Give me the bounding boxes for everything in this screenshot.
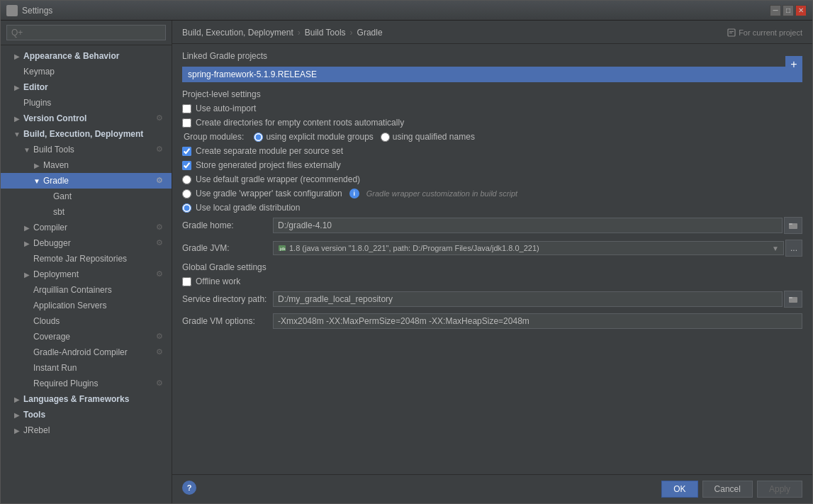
sidebar-item-gradle[interactable]: ▼ Gradle ⚙	[1, 173, 172, 189]
gear-icon: ⚙	[156, 379, 166, 388]
sidebar-item-gradle-android[interactable]: Gradle-Android Compiler ⚙	[1, 345, 172, 360]
breadcrumb-sep-1: ›	[298, 28, 301, 38]
linked-project-item[interactable]: spring-framework-5.1.9.RELEASE	[182, 67, 802, 82]
panel-content: Linked Gradle projects spring-framework-…	[172, 44, 812, 474]
sidebar-item-arquillian[interactable]: Arquillian Containers	[1, 282, 172, 298]
sidebar-item-debugger[interactable]: ▶ Debugger ⚙	[1, 235, 172, 251]
sidebar-label-instant-run: Instant Run	[33, 363, 77, 373]
expand-arrow: ▶	[22, 269, 32, 279]
project-icon	[727, 28, 736, 37]
expand-spacer	[22, 347, 32, 357]
gradle-wrapper-default-radio[interactable]	[182, 175, 191, 184]
group-modules-explicit-radio[interactable]	[254, 133, 263, 142]
sidebar-item-languages[interactable]: ▶ Languages & Frameworks	[1, 391, 172, 407]
sidebar-item-tools[interactable]: ▶ Tools	[1, 407, 172, 422]
expand-arrow: ▶	[12, 82, 22, 92]
add-project-button[interactable]: +	[785, 56, 802, 73]
sidebar-item-sbt[interactable]: sbt	[1, 204, 172, 220]
sidebar-item-maven[interactable]: ▶ Maven	[1, 157, 172, 173]
sidebar-item-keymap[interactable]: Keymap	[1, 64, 172, 79]
sidebar-item-plugins[interactable]: Plugins	[1, 95, 172, 111]
sidebar-label-deployment: Deployment	[33, 269, 79, 279]
for-current-project: For current project	[727, 28, 802, 37]
sidebar-item-jrebel[interactable]: ▶ JRebel	[1, 422, 172, 438]
expand-arrow: ▶	[12, 425, 22, 435]
auto-import-checkbox[interactable]	[182, 104, 191, 113]
sidebar-item-appearance[interactable]: ▶ Appearance & Behavior	[1, 48, 172, 64]
settings-window: Settings ─ □ ✕ ▶ Appearance & Behavior	[0, 0, 813, 504]
breadcrumb-bar: Build, Execution, Deployment › Build Too…	[172, 21, 812, 44]
sidebar-label-debugger: Debugger	[33, 238, 71, 248]
sidebar-item-app-servers[interactable]: Application Servers	[1, 298, 172, 313]
gradle-wrapper-task-radio[interactable]	[182, 189, 191, 198]
global-settings-section: Global Gradle settings Offline work Serv…	[182, 262, 802, 329]
breadcrumb-build-exec[interactable]: Build, Execution, Deployment	[182, 28, 293, 38]
gear-icon: ⚙	[156, 238, 166, 248]
offline-work-checkbox[interactable]	[182, 277, 191, 286]
gradle-jvm-label: Gradle JVM:	[182, 243, 267, 253]
radio-wrapper-row: Use default gradle wrapper (recommended)	[182, 174, 802, 184]
cancel-button[interactable]: Cancel	[702, 481, 753, 498]
sidebar-item-compiler[interactable]: ▶ Compiler ⚙	[1, 220, 172, 235]
gradle-jvm-select[interactable]: jdk 1.8 (java version "1.8.0_221", path:…	[273, 241, 784, 255]
jvm-dropdown-arrow: ▼	[772, 245, 779, 252]
help-button[interactable]: ?	[182, 481, 196, 495]
window-controls: ─ □ ✕	[770, 5, 807, 16]
svg-text:jdk: jdk	[279, 247, 286, 251]
info-icon: i	[349, 189, 359, 198]
close-button[interactable]: ✕	[795, 5, 807, 16]
maximize-button[interactable]: □	[783, 5, 794, 16]
linked-projects-title: Linked Gradle projects	[182, 51, 802, 61]
svg-rect-1	[729, 31, 734, 32]
breadcrumb-build-tools[interactable]: Build Tools	[305, 28, 346, 38]
project-settings-title: Project-level settings	[182, 89, 802, 99]
gradle-jvm-row: Gradle JVM: jdk 1.8 (java version "1.8.0…	[182, 240, 802, 257]
folder-icon	[789, 222, 797, 229]
sidebar-item-clouds[interactable]: Clouds	[1, 313, 172, 329]
expand-arrow: ▶	[22, 223, 32, 233]
gear-icon: ⚙	[156, 176, 166, 186]
group-modules-row: Group modules: using explicit module gro…	[182, 132, 802, 142]
create-dirs-checkbox[interactable]	[182, 118, 191, 128]
service-dir-input[interactable]	[273, 291, 783, 307]
gradle-local-dist-radio[interactable]	[182, 203, 191, 213]
svg-rect-4	[789, 223, 792, 225]
minimize-button[interactable]: ─	[770, 5, 781, 16]
group-modules-qualified-radio[interactable]	[381, 133, 390, 142]
store-generated-checkbox[interactable]	[182, 161, 191, 170]
expand-arrow: ▶	[12, 113, 22, 123]
nav-tree: ▶ Appearance & Behavior Keymap ▶ Editor …	[1, 45, 172, 503]
expand-spacer	[22, 254, 32, 264]
sidebar-item-remote-jar[interactable]: Remote Jar Repositories	[1, 251, 172, 267]
gradle-home-input[interactable]	[273, 218, 783, 233]
separate-module-checkbox[interactable]	[182, 147, 191, 156]
apply-button[interactable]: Apply	[757, 481, 802, 498]
bottom-bar: ? OK Cancel Apply	[172, 474, 812, 503]
gradle-vm-options-input-wrap	[273, 313, 802, 329]
service-dir-label: Service directory path:	[182, 294, 267, 304]
ok-button[interactable]: OK	[661, 481, 697, 498]
gear-icon: ⚙	[156, 269, 166, 279]
gear-icon: ⚙	[156, 347, 166, 357]
sidebar-item-gant[interactable]: Gant	[1, 189, 172, 204]
breadcrumb-sep-2: ›	[350, 28, 353, 38]
service-dir-browse-button[interactable]	[784, 291, 802, 308]
sidebar-item-required-plugins[interactable]: Required Plugins ⚙	[1, 376, 172, 391]
gradle-vm-options-input[interactable]	[273, 313, 802, 329]
sidebar: ▶ Appearance & Behavior Keymap ▶ Editor …	[1, 21, 172, 503]
sidebar-item-coverage[interactable]: Coverage ⚙	[1, 329, 172, 345]
gradle-home-browse-button[interactable]	[784, 217, 802, 234]
sidebar-label-version-control: Version Control	[23, 113, 86, 123]
jvm-more-button[interactable]: ...	[785, 240, 802, 257]
service-dir-row: Service directory path:	[182, 291, 802, 308]
separate-module-label: Create separate module per source set	[196, 146, 343, 156]
search-input[interactable]	[6, 25, 166, 40]
sidebar-item-deployment[interactable]: ▶ Deployment ⚙	[1, 267, 172, 282]
sidebar-item-build-exec[interactable]: ▼ Build, Execution, Deployment	[1, 126, 172, 142]
sidebar-item-editor[interactable]: ▶ Editor	[1, 79, 172, 95]
sidebar-item-version-control[interactable]: ▶ Version Control ⚙	[1, 111, 172, 126]
sidebar-item-instant-run[interactable]: Instant Run	[1, 360, 172, 376]
expand-spacer	[22, 363, 32, 373]
sidebar-item-build-tools[interactable]: ▼ Build Tools ⚙	[1, 142, 172, 157]
jdk-icon: jdk	[278, 245, 286, 252]
